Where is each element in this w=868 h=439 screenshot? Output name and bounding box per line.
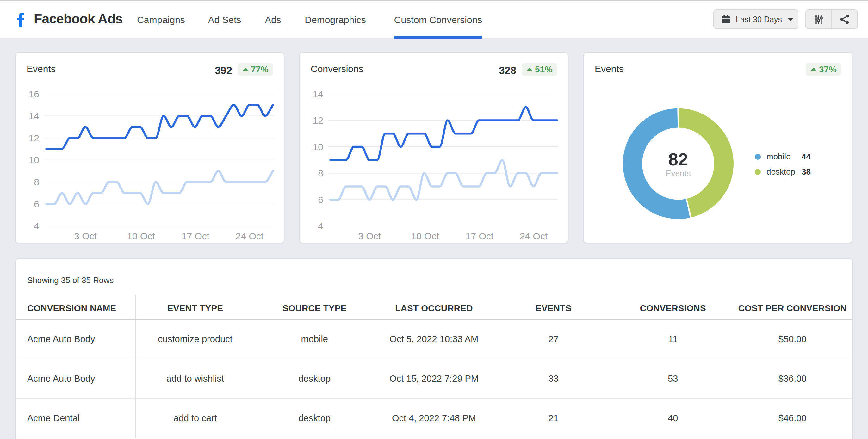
- svg-text:17 Oct: 17 Oct: [466, 231, 494, 241]
- svg-text:8: 8: [34, 177, 39, 187]
- svg-text:6: 6: [34, 199, 39, 209]
- svg-text:3 Oct: 3 Oct: [358, 231, 381, 241]
- svg-text:4: 4: [318, 221, 323, 231]
- svg-text:12: 12: [29, 133, 39, 143]
- svg-text:8: 8: [318, 168, 323, 178]
- svg-text:14: 14: [313, 89, 323, 99]
- svg-text:6: 6: [318, 194, 323, 205]
- svg-text:4: 4: [34, 221, 39, 231]
- svg-text:10: 10: [29, 155, 39, 165]
- svg-text:24 Oct: 24 Oct: [520, 231, 548, 241]
- svg-text:12: 12: [313, 115, 323, 126]
- svg-text:16: 16: [29, 89, 39, 99]
- svg-text:10 Oct: 10 Oct: [411, 231, 439, 241]
- svg-text:17 Oct: 17 Oct: [182, 231, 210, 241]
- svg-text:14: 14: [29, 111, 39, 121]
- svg-text:3 Oct: 3 Oct: [74, 231, 97, 241]
- svg-text:24 Oct: 24 Oct: [236, 231, 264, 241]
- svg-text:10: 10: [313, 142, 323, 152]
- svg-text:10 Oct: 10 Oct: [127, 231, 155, 241]
